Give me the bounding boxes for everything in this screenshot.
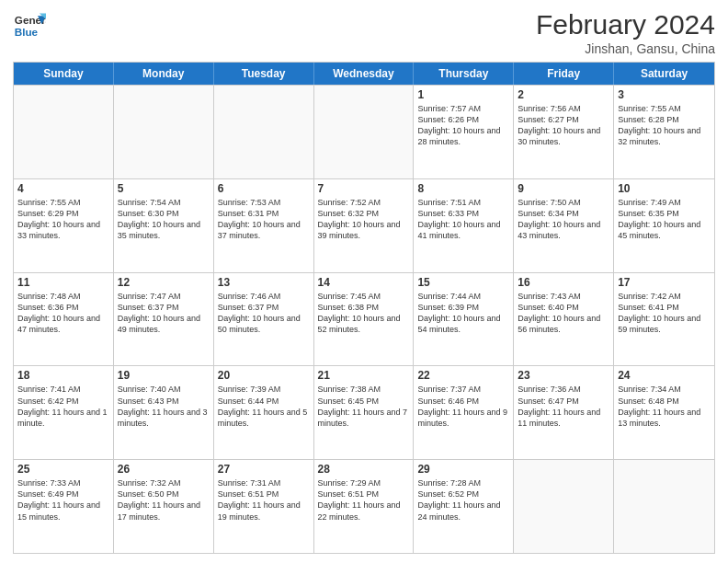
day-number: 13 — [218, 276, 310, 289]
day-info: Sunrise: 7:32 AM Sunset: 6:50 PM Dayligh… — [118, 477, 210, 523]
day-info: Sunrise: 7:31 AM Sunset: 6:51 PM Dayligh… — [218, 477, 310, 523]
calendar-body: 1Sunrise: 7:57 AM Sunset: 6:26 PM Daylig… — [14, 85, 714, 553]
day-cell-19: 19Sunrise: 7:40 AM Sunset: 6:43 PM Dayli… — [114, 366, 214, 459]
day-info: Sunrise: 7:43 AM Sunset: 6:40 PM Dayligh… — [518, 291, 609, 336]
day-number: 11 — [17, 276, 109, 289]
day-number: 6 — [218, 182, 310, 195]
day-info: Sunrise: 7:40 AM Sunset: 6:43 PM Dayligh… — [118, 384, 210, 429]
day-info: Sunrise: 7:45 AM Sunset: 6:38 PM Dayligh… — [318, 291, 410, 336]
day-number: 29 — [417, 463, 509, 476]
day-number: 3 — [618, 88, 711, 101]
day-cell-5: 5Sunrise: 7:54 AM Sunset: 6:30 PM Daylig… — [114, 179, 214, 272]
day-cell-29: 29Sunrise: 7:28 AM Sunset: 6:52 PM Dayli… — [414, 460, 514, 553]
day-number: 1 — [417, 88, 509, 101]
day-info: Sunrise: 7:51 AM Sunset: 6:33 PM Dayligh… — [417, 197, 509, 242]
day-number: 10 — [618, 182, 711, 195]
day-header-saturday: Saturday — [614, 63, 714, 85]
day-cell-11: 11Sunrise: 7:48 AM Sunset: 6:36 PM Dayli… — [14, 273, 114, 366]
calendar-row-2: 4Sunrise: 7:55 AM Sunset: 6:29 PM Daylig… — [14, 178, 714, 272]
day-number: 27 — [218, 463, 310, 476]
day-header-thursday: Thursday — [414, 63, 514, 85]
day-cell-17: 17Sunrise: 7:42 AM Sunset: 6:41 PM Dayli… — [614, 273, 714, 366]
empty-cell — [114, 86, 214, 178]
day-info: Sunrise: 7:55 AM Sunset: 6:28 PM Dayligh… — [618, 103, 711, 148]
calendar-row-3: 11Sunrise: 7:48 AM Sunset: 6:36 PM Dayli… — [14, 272, 714, 366]
day-info: Sunrise: 7:36 AM Sunset: 6:47 PM Dayligh… — [518, 384, 609, 429]
empty-cell — [14, 86, 114, 178]
empty-cell — [514, 460, 614, 553]
day-info: Sunrise: 7:42 AM Sunset: 6:41 PM Dayligh… — [618, 291, 711, 336]
day-cell-10: 10Sunrise: 7:49 AM Sunset: 6:35 PM Dayli… — [614, 179, 714, 272]
day-number: 2 — [518, 88, 609, 101]
day-number: 9 — [518, 182, 609, 195]
day-info: Sunrise: 7:28 AM Sunset: 6:52 PM Dayligh… — [417, 477, 509, 523]
day-cell-20: 20Sunrise: 7:39 AM Sunset: 6:44 PM Dayli… — [214, 366, 314, 459]
day-number: 25 — [17, 463, 109, 476]
day-header-tuesday: Tuesday — [214, 63, 314, 85]
day-info: Sunrise: 7:49 AM Sunset: 6:35 PM Dayligh… — [618, 197, 711, 242]
day-number: 16 — [518, 276, 609, 289]
day-cell-12: 12Sunrise: 7:47 AM Sunset: 6:37 PM Dayli… — [114, 273, 214, 366]
day-number: 23 — [518, 369, 609, 382]
day-cell-15: 15Sunrise: 7:44 AM Sunset: 6:39 PM Dayli… — [414, 273, 514, 366]
day-info: Sunrise: 7:48 AM Sunset: 6:36 PM Dayligh… — [17, 291, 109, 336]
day-number: 15 — [417, 276, 509, 289]
day-number: 14 — [318, 276, 410, 289]
day-info: Sunrise: 7:50 AM Sunset: 6:34 PM Dayligh… — [518, 197, 609, 242]
day-cell-22: 22Sunrise: 7:37 AM Sunset: 6:46 PM Dayli… — [414, 366, 514, 459]
calendar-row-5: 25Sunrise: 7:33 AM Sunset: 6:49 PM Dayli… — [14, 459, 714, 553]
title-block: February 2024 Jinshan, Gansu, China — [536, 9, 715, 56]
day-header-sunday: Sunday — [14, 63, 114, 85]
day-info: Sunrise: 7:57 AM Sunset: 6:26 PM Dayligh… — [417, 103, 509, 148]
logo: General Blue — [13, 9, 46, 42]
day-number: 17 — [618, 276, 711, 289]
day-info: Sunrise: 7:47 AM Sunset: 6:37 PM Dayligh… — [118, 291, 210, 336]
day-number: 18 — [17, 369, 109, 382]
day-cell-6: 6Sunrise: 7:53 AM Sunset: 6:31 PM Daylig… — [214, 179, 314, 272]
day-number: 22 — [417, 369, 509, 382]
day-cell-4: 4Sunrise: 7:55 AM Sunset: 6:29 PM Daylig… — [14, 179, 114, 272]
calendar-row-4: 18Sunrise: 7:41 AM Sunset: 6:42 PM Dayli… — [14, 365, 714, 459]
day-number: 26 — [118, 463, 210, 476]
month-year-title: February 2024 — [536, 9, 715, 40]
day-cell-23: 23Sunrise: 7:36 AM Sunset: 6:47 PM Dayli… — [514, 366, 614, 459]
day-cell-3: 3Sunrise: 7:55 AM Sunset: 6:28 PM Daylig… — [614, 86, 714, 178]
day-info: Sunrise: 7:41 AM Sunset: 6:42 PM Dayligh… — [17, 384, 109, 429]
day-info: Sunrise: 7:37 AM Sunset: 6:46 PM Dayligh… — [417, 384, 509, 429]
day-cell-1: 1Sunrise: 7:57 AM Sunset: 6:26 PM Daylig… — [414, 86, 514, 178]
calendar: SundayMondayTuesdayWednesdayThursdayFrid… — [13, 62, 715, 554]
day-info: Sunrise: 7:33 AM Sunset: 6:49 PM Dayligh… — [17, 477, 109, 523]
day-cell-13: 13Sunrise: 7:46 AM Sunset: 6:37 PM Dayli… — [214, 273, 314, 366]
day-number: 24 — [618, 369, 711, 382]
day-cell-2: 2Sunrise: 7:56 AM Sunset: 6:27 PM Daylig… — [514, 86, 614, 178]
svg-text:Blue: Blue — [15, 26, 39, 38]
calendar-header-row: SundayMondayTuesdayWednesdayThursdayFrid… — [14, 63, 714, 85]
day-number: 4 — [17, 182, 109, 195]
day-info: Sunrise: 7:55 AM Sunset: 6:29 PM Dayligh… — [17, 197, 109, 242]
day-info: Sunrise: 7:44 AM Sunset: 6:39 PM Dayligh… — [417, 291, 509, 336]
calendar-row-1: 1Sunrise: 7:57 AM Sunset: 6:26 PM Daylig… — [14, 85, 714, 178]
day-number: 20 — [218, 369, 310, 382]
day-number: 28 — [318, 463, 410, 476]
day-info: Sunrise: 7:34 AM Sunset: 6:48 PM Dayligh… — [618, 384, 711, 429]
day-cell-18: 18Sunrise: 7:41 AM Sunset: 6:42 PM Dayli… — [14, 366, 114, 459]
empty-cell — [614, 460, 714, 553]
day-info: Sunrise: 7:29 AM Sunset: 6:51 PM Dayligh… — [318, 477, 410, 523]
day-cell-9: 9Sunrise: 7:50 AM Sunset: 6:34 PM Daylig… — [514, 179, 614, 272]
empty-cell — [314, 86, 415, 178]
day-cell-7: 7Sunrise: 7:52 AM Sunset: 6:32 PM Daylig… — [314, 179, 415, 272]
day-cell-26: 26Sunrise: 7:32 AM Sunset: 6:50 PM Dayli… — [114, 460, 214, 553]
day-info: Sunrise: 7:39 AM Sunset: 6:44 PM Dayligh… — [218, 384, 310, 429]
day-info: Sunrise: 7:46 AM Sunset: 6:37 PM Dayligh… — [218, 291, 310, 336]
logo-icon: General Blue — [13, 9, 46, 42]
day-cell-27: 27Sunrise: 7:31 AM Sunset: 6:51 PM Dayli… — [214, 460, 314, 553]
day-cell-14: 14Sunrise: 7:45 AM Sunset: 6:38 PM Dayli… — [314, 273, 415, 366]
day-number: 5 — [118, 182, 210, 195]
day-cell-28: 28Sunrise: 7:29 AM Sunset: 6:51 PM Dayli… — [314, 460, 415, 553]
day-number: 8 — [417, 182, 509, 195]
location-subtitle: Jinshan, Gansu, China — [536, 41, 715, 56]
day-number: 12 — [118, 276, 210, 289]
empty-cell — [214, 86, 314, 178]
day-info: Sunrise: 7:53 AM Sunset: 6:31 PM Dayligh… — [218, 197, 310, 242]
day-cell-16: 16Sunrise: 7:43 AM Sunset: 6:40 PM Dayli… — [514, 273, 614, 366]
